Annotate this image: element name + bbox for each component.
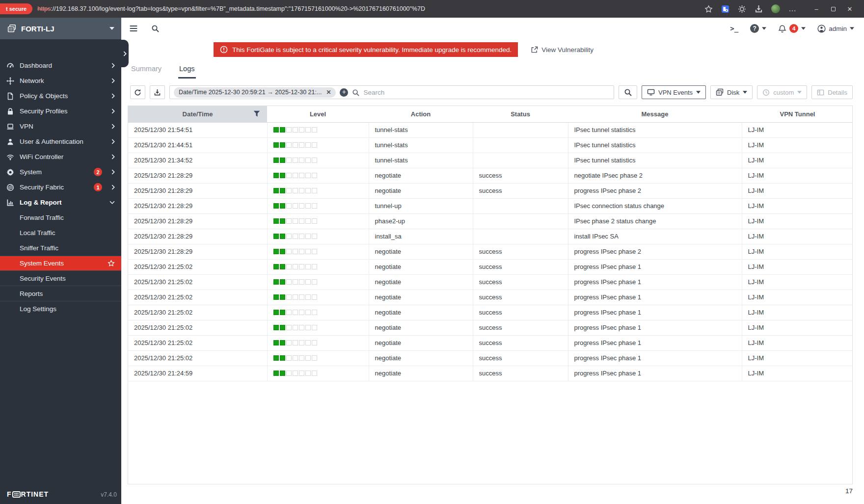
log-row[interactable]: 2025/12/30 21:44:51tunnel-statsIPsec tun… [128,137,853,153]
window-minimize-button[interactable]: – [808,1,825,16]
notifications-menu[interactable]: 4 [778,24,806,33]
menu-toggle-icon[interactable] [129,24,138,33]
log-row[interactable]: 2025/12/30 21:25:02negotiatesuccessprogr… [128,274,853,290]
column-header-vpn-tunnel[interactable]: VPN Tunnel [742,106,853,122]
filter-funnel-icon[interactable] [253,110,260,117]
sidebar-item-system-events[interactable]: System Events [0,256,121,271]
level-segment [286,264,292,269]
browser-settings-icon[interactable] [738,5,746,13]
downloads-icon[interactable] [755,5,763,13]
log-row[interactable]: 2025/12/30 21:54:51tunnel-statsIPsec tun… [128,122,853,137]
not-secure-badge[interactable]: t secure [0,3,32,14]
log-row[interactable]: 2025/12/30 21:28:29negotiatesuccessprogr… [128,183,853,198]
password-manager-icon[interactable] [721,5,729,13]
global-search-icon[interactable] [151,25,159,32]
refresh-button[interactable] [130,85,145,99]
sidebar-item-local-traffic[interactable]: Local Traffic [0,225,121,240]
level-segment [305,173,311,178]
log-location-dropdown[interactable]: Disk [710,85,753,99]
chevron-down-icon [762,27,766,30]
main-content: >_ ? 4 admin This F [121,18,864,504]
sidebar-item-label: User & Authentication [20,138,83,145]
cell-datetime: 2025/12/30 21:24:59 [128,366,267,381]
level-segment [293,371,298,376]
sidebar-item-user-authentication[interactable]: User & Authentication [0,134,121,149]
cli-console-button[interactable]: >_ [730,25,738,32]
sidebar-item-sniffer-traffic[interactable]: Sniffer Traffic [0,240,121,256]
column-header-status[interactable]: Status [473,106,568,122]
favorite-star-icon[interactable] [108,260,115,267]
sidebar-item-reports[interactable]: Reports [0,286,121,301]
filter-pill-label: Date/Time 2025-12-30 20:59:21 → 2025-12-… [179,89,322,96]
sidebar-item-dashboard[interactable]: Dashboard [0,58,121,73]
log-row[interactable]: 2025/12/30 21:25:02negotiatesuccessprogr… [128,350,853,366]
cell-level [267,259,369,274]
user-icon [6,138,14,146]
level-segment [312,310,317,315]
sidebar-item-forward-traffic[interactable]: Forward Traffic [0,210,121,225]
details-button[interactable]: Details [811,85,853,99]
log-row[interactable]: 2025/12/30 21:28:29phase2-upIPsec phase … [128,213,853,229]
log-row[interactable]: 2025/12/30 21:25:02negotiatesuccessprogr… [128,335,853,350]
log-row[interactable]: 2025/12/30 21:34:52tunnel-statsIPsec tun… [128,153,853,168]
sidebar-item-policy-objects[interactable]: Policy & Objects [0,88,121,104]
log-row[interactable]: 2025/12/30 21:24:59negotiatesuccessprogr… [128,366,853,381]
log-type-dropdown[interactable]: VPN Events [642,85,706,99]
level-segment [305,158,311,163]
level-segment [273,218,279,224]
column-header-level[interactable]: Level [267,106,369,122]
url-bar[interactable]: https://192.168.37.100/log/event-log?tab… [37,5,698,12]
log-row[interactable]: 2025/12/30 21:25:02negotiatesuccessprogr… [128,305,853,320]
level-segment [280,203,285,209]
datetime-filter-pill[interactable]: Date/Time 2025-12-30 20:59:21 → 2025-12-… [174,87,336,98]
add-filter-icon[interactable]: + [340,88,348,97]
fortinet-grid-icon [12,491,21,498]
cell-action: tunnel-stats [369,137,473,153]
level-segment [305,310,311,315]
time-range-dropdown[interactable]: custom [757,85,807,99]
download-log-button[interactable] [150,85,165,99]
sidebar-item-label: Dashboard [20,62,52,69]
admin-menu[interactable]: admin [817,25,854,33]
log-row[interactable]: 2025/12/30 21:28:29negotiatesuccessnegot… [128,168,853,183]
sidebar-item-security-fabric[interactable]: Security Fabric1 [0,180,121,195]
log-row[interactable]: 2025/12/30 21:25:02negotiatesuccessprogr… [128,259,853,274]
level-segment [273,264,279,269]
tab-logs[interactable]: Logs [178,63,195,79]
sidebar-item-network[interactable]: Network [0,73,121,88]
bookmark-star-icon[interactable] [704,5,713,13]
sidebar-item-vpn[interactable]: VPN [0,119,121,134]
profile-avatar[interactable] [771,4,780,13]
window-close-button[interactable]: ✕ [841,1,858,16]
log-row[interactable]: 2025/12/30 21:28:29tunnel-upIPsec connec… [128,198,853,213]
log-row[interactable]: 2025/12/30 21:25:02negotiatesuccessprogr… [128,290,853,305]
column-header-action[interactable]: Action [369,106,473,122]
window-maximize-button[interactable] [825,1,841,16]
remove-filter-icon[interactable]: ✕ [326,89,331,96]
sidebar-item-security-events[interactable]: Security Events [0,271,121,286]
level-segment [286,127,292,133]
column-header-datetime[interactable]: Date/Time [128,106,267,122]
search-submit-button[interactable] [619,85,637,99]
log-row[interactable]: 2025/12/30 21:25:02negotiatesuccessprogr… [128,320,853,335]
log-row[interactable]: 2025/12/30 21:28:29negotiatesuccessprogr… [128,244,853,259]
cell-status: success [473,244,568,259]
sidebar-item-log-settings[interactable]: Log Settings [0,301,121,317]
log-search-input[interactable]: Date/Time 2025-12-30 20:59:21 → 2025-12-… [169,85,614,99]
sidebar-item-security-profiles[interactable]: Security Profiles [0,104,121,119]
tab-summary[interactable]: Summary [130,63,162,79]
bar-chart-icon [6,199,14,207]
help-menu[interactable]: ? [750,24,766,33]
column-header-message[interactable]: Message [568,106,742,122]
log-row[interactable]: 2025/12/30 21:28:29install_sainstall IPs… [128,229,853,244]
sidebar-item-wifi-controller[interactable]: WiFi Controller [0,149,121,164]
sidebar-item-log-report[interactable]: Log & Report [0,195,121,210]
browser-menu-icon[interactable]: … [788,4,796,13]
level-segment [293,218,298,224]
view-vulnerability-link[interactable]: View Vulnerability [531,46,594,53]
cell-status [473,153,568,168]
sidebar-collapse-handle[interactable] [121,40,129,67]
sidebar-item-system[interactable]: System2 [0,164,121,180]
device-selector[interactable]: FORTI-LJ [0,18,121,39]
level-segment [293,158,298,163]
